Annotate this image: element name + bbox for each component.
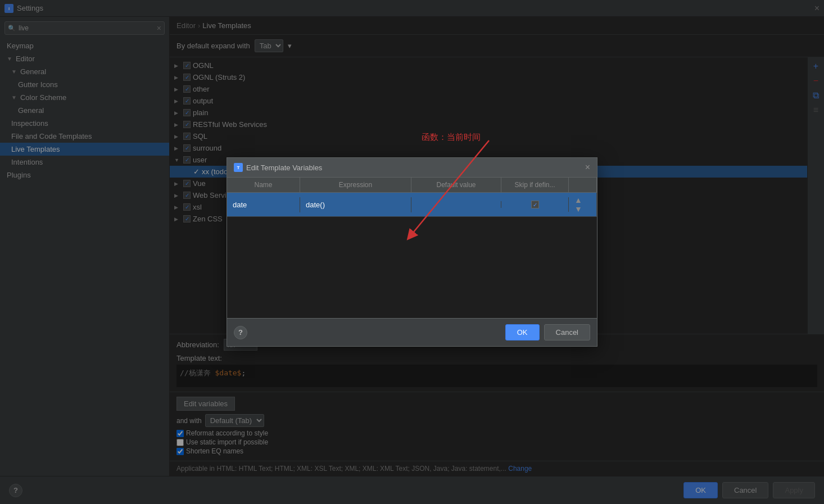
move-up-button[interactable]: ▲ bbox=[574, 196, 591, 204]
up-down-controls: ▲ ▼ bbox=[574, 196, 591, 213]
modal-empty-area bbox=[227, 217, 597, 318]
modal-ok-button[interactable]: OK bbox=[505, 324, 540, 340]
modal-close-button[interactable]: × bbox=[585, 162, 590, 172]
row-skip-cell[interactable]: ✓ bbox=[501, 197, 569, 212]
modal-cancel-button[interactable]: Cancel bbox=[544, 324, 590, 340]
modal-table-row[interactable]: date date() ✓ ▲ ▼ bbox=[227, 193, 597, 217]
row-expression[interactable]: date() bbox=[300, 197, 411, 212]
modal-action-buttons: OK Cancel bbox=[505, 324, 590, 340]
modal-titlebar: T Edit Template Variables × bbox=[227, 158, 597, 178]
modal-title-content: T Edit Template Variables bbox=[234, 163, 322, 172]
edit-template-variables-dialog: T Edit Template Variables × Name Express… bbox=[227, 157, 597, 347]
modal-icon: T bbox=[234, 163, 243, 172]
svg-text:T: T bbox=[237, 165, 240, 170]
row-name: date bbox=[227, 197, 300, 212]
modal-help-button[interactable]: ? bbox=[234, 326, 247, 339]
col-expression: Expression bbox=[300, 178, 411, 192]
col-controls bbox=[569, 178, 597, 192]
row-controls: ▲ ▼ bbox=[569, 193, 597, 216]
modal-overlay: T Edit Template Variables × Name Express… bbox=[0, 0, 824, 504]
col-default-value: Default value bbox=[411, 178, 501, 192]
modal-table-header: Name Expression Default value Skip if de… bbox=[227, 178, 597, 193]
col-skip-if-defined: Skip if defin... bbox=[501, 178, 569, 192]
modal-title: Edit Template Variables bbox=[246, 164, 322, 172]
move-down-button[interactable]: ▼ bbox=[574, 205, 591, 213]
col-name: Name bbox=[227, 178, 300, 192]
modal-footer: ? OK Cancel bbox=[227, 318, 597, 346]
skip-checkbox[interactable]: ✓ bbox=[531, 201, 539, 208]
row-default-value[interactable] bbox=[411, 201, 501, 208]
